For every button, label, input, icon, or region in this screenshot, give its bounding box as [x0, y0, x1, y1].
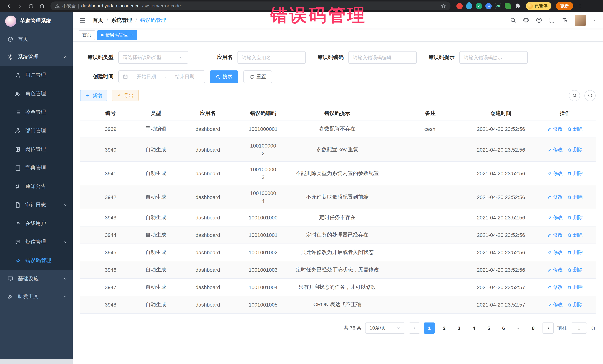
delete-link[interactable]: 删除: [567, 266, 583, 273]
app-name-input[interactable]: [237, 51, 306, 64]
sidebar-logo[interactable]: 芋道管理系统: [0, 12, 73, 30]
pencil-icon: [547, 250, 552, 255]
browser-home-button[interactable]: [37, 1, 47, 11]
delete-link[interactable]: 删除: [567, 194, 583, 200]
user-avatar[interactable]: [575, 15, 586, 26]
fullscreen-icon[interactable]: [549, 17, 555, 23]
caret-down-icon[interactable]: [593, 18, 597, 22]
browser-reload-button[interactable]: [26, 1, 36, 11]
page-button-3[interactable]: 3: [453, 322, 464, 334]
breadcrumb-home[interactable]: 首页: [93, 17, 103, 23]
delete-link[interactable]: 删除: [567, 284, 583, 291]
edit-link[interactable]: 修改: [547, 301, 563, 308]
prev-page-button[interactable]: [409, 322, 420, 334]
more-pages-button[interactable]: [513, 322, 524, 334]
page-button-2[interactable]: 2: [439, 322, 450, 334]
next-page-button[interactable]: [543, 322, 554, 334]
edit-link[interactable]: 修改: [547, 284, 563, 291]
sidebar-item-departments[interactable]: 部门管理: [0, 121, 73, 140]
sidebar-item-roles[interactable]: 角色管理: [0, 85, 73, 103]
page-button-4[interactable]: 4: [468, 322, 479, 334]
sidebar-item-dictionary[interactable]: 字典管理: [0, 159, 73, 177]
sidebar-item-error-code[interactable]: 错误码管理: [0, 251, 73, 270]
goto-page-input[interactable]: [571, 322, 587, 334]
wifi-icon: [15, 221, 21, 226]
page-button-5[interactable]: 5: [483, 322, 494, 334]
edit-link[interactable]: 修改: [547, 214, 563, 221]
extension-icon-red[interactable]: [456, 3, 463, 9]
profile-paused-badge[interactable]: 已暂停: [526, 2, 551, 10]
cell-actions: 修改 删除: [534, 146, 596, 153]
show-search-button[interactable]: [569, 90, 580, 101]
edit-link[interactable]: 修改: [547, 266, 563, 273]
sidebar-item-home[interactable]: 首页: [0, 30, 73, 48]
page-button-1[interactable]: 1: [424, 322, 435, 334]
tab-home[interactable]: 首页: [79, 30, 95, 40]
sidebar-item-positions[interactable]: 岗位管理: [0, 140, 73, 159]
bookmark-star-icon[interactable]: [441, 3, 446, 9]
tab-error-code[interactable]: 错误码管理: [97, 30, 137, 40]
github-icon[interactable]: [523, 17, 529, 23]
address-bar[interactable]: 不安全 dashboard.yudao.iocoder.cn/system/er…: [50, 1, 451, 10]
breadcrumb-system[interactable]: 系统管理: [111, 17, 132, 23]
edit-link[interactable]: 修改: [547, 232, 563, 238]
sidebar-item-menus[interactable]: 菜单管理: [0, 103, 73, 121]
browser-update-button[interactable]: 更新: [556, 2, 573, 10]
delete-link[interactable]: 删除: [567, 170, 583, 177]
delete-link[interactable]: 删除: [567, 301, 583, 308]
sidebar-item-audit-log[interactable]: 审计日志: [0, 196, 73, 214]
edit-link[interactable]: 修改: [547, 170, 563, 177]
sidebar-item-online-users[interactable]: 在线用户: [0, 214, 73, 233]
delete-link[interactable]: 删除: [567, 146, 583, 153]
browser-forward-button[interactable]: [15, 1, 24, 11]
cell-code: 1001001005: [245, 301, 281, 309]
page-button-8[interactable]: 8: [528, 322, 539, 334]
sidebar-item-users[interactable]: 用户管理: [0, 66, 73, 85]
delete-link[interactable]: 删除: [567, 214, 583, 221]
date-range-picker[interactable]: 开始日期 - 结束日期: [118, 70, 205, 83]
error-type-select[interactable]: 请选择错误码类型: [118, 51, 188, 64]
sidebar-item-notice[interactable]: 通知公告: [0, 177, 73, 196]
error-code-input[interactable]: [348, 51, 417, 64]
cell-app: dashboard: [171, 126, 245, 132]
edit-link[interactable]: 修改: [547, 126, 563, 132]
error-code-table: 编号 类型 应用名 错误码编码 错误码提示 备注 创建时间 操作 3939 手动…: [80, 106, 596, 314]
delete-link[interactable]: 删除: [567, 249, 583, 256]
delete-link[interactable]: 删除: [567, 232, 583, 238]
extension-icon-drop[interactable]: [465, 1, 474, 10]
extension-icon-badge[interactable]: on: [495, 3, 501, 9]
end-date-placeholder: 结束日期: [168, 73, 201, 80]
add-button[interactable]: 新增: [80, 90, 107, 101]
extension-icon-leaf[interactable]: [505, 3, 511, 9]
search-icon[interactable]: [510, 17, 516, 23]
sidebar-item-system[interactable]: 系统管理: [0, 48, 73, 66]
reset-button[interactable]: 重置: [244, 70, 272, 83]
search-button[interactable]: 搜索: [210, 70, 238, 83]
page-button-6[interactable]: 6: [498, 322, 509, 334]
browser-back-button[interactable]: [4, 1, 13, 11]
sidebar-item-infrastructure[interactable]: 基础设施: [0, 270, 73, 288]
sidebar-item-label: 部门管理: [25, 128, 46, 134]
cell-id: 3943: [80, 215, 141, 221]
edit-link[interactable]: 修改: [547, 194, 563, 200]
font-size-icon[interactable]: [562, 17, 568, 23]
top-navbar: 首页 / 系统管理 / 错误码管理: [73, 12, 603, 29]
export-button[interactable]: 导出: [112, 90, 139, 101]
help-icon[interactable]: [536, 17, 542, 23]
extensions-puzzle-icon[interactable]: [514, 3, 521, 9]
extension-icon-people[interactable]: [485, 3, 492, 9]
hamburger-icon[interactable]: [79, 16, 86, 24]
edit-link[interactable]: 修改: [547, 249, 563, 256]
extension-icon-check[interactable]: [476, 3, 482, 9]
delete-link[interactable]: 删除: [567, 126, 583, 132]
sidebar-item-sms[interactable]: 短信管理: [0, 233, 73, 251]
monitor-icon: [7, 276, 13, 282]
refresh-table-button[interactable]: [584, 90, 596, 101]
sidebar-scrollbar[interactable]: [0, 359, 73, 364]
page-size-select[interactable]: 10条/页: [365, 322, 405, 334]
edit-link[interactable]: 修改: [547, 146, 563, 153]
browser-menu-icon[interactable]: [577, 3, 583, 9]
close-icon[interactable]: [129, 33, 134, 37]
error-hint-input[interactable]: [459, 51, 528, 64]
sidebar-item-devtools[interactable]: 研发工具: [0, 288, 73, 305]
